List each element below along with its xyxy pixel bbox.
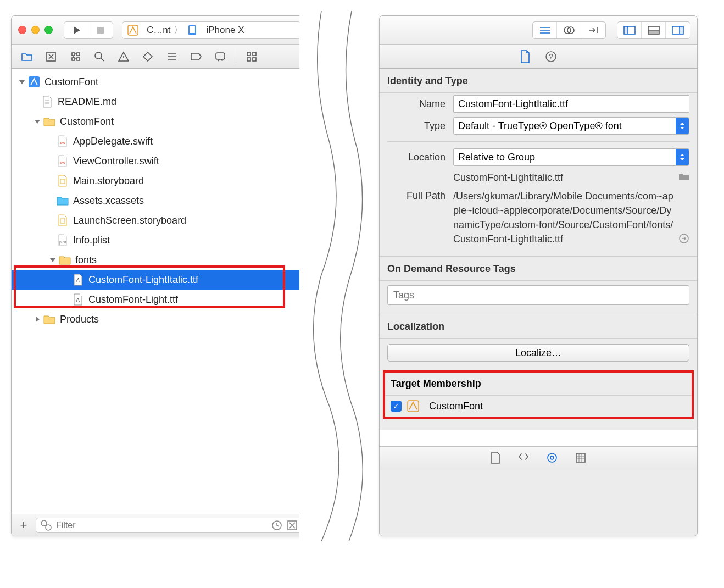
editor-version-button[interactable] [581,22,605,38]
identity-section-header: Identity and Type [380,69,697,93]
tree-item-viewcontroller[interactable]: sw ViewController.swift [12,151,307,171]
add-button[interactable]: + [16,518,31,532]
source-control-navigator-tab[interactable] [40,48,62,65]
filter-field[interactable] [36,518,303,533]
test-navigator-tab[interactable] [137,48,159,65]
tags-field[interactable] [387,285,689,305]
target-checkbox[interactable]: ✓ [391,401,402,412]
tree-item-products[interactable]: Products [12,309,307,329]
chevron-down-icon [34,118,41,125]
debug-navigator-tab[interactable] [161,48,183,65]
svg-rect-9 [253,52,256,56]
close-window-button[interactable] [18,26,26,34]
plist-icon: plist [57,234,69,246]
editor-assistant-button[interactable] [557,22,581,38]
zoom-window-button[interactable] [44,26,53,34]
tree-item-appdelegate[interactable]: sw AppDelegate.swift [12,131,307,151]
quick-help-tab[interactable]: ? [545,51,557,63]
toggle-debug-area-button[interactable] [642,22,666,38]
localize-button[interactable]: Localize… [387,344,689,362]
grid-icon[interactable] [241,48,263,65]
chevron-right-icon [34,315,41,323]
tree-label: LaunchScreen.storyboard [73,215,186,226]
svg-marker-0 [74,26,80,34]
scm-filter-icon[interactable] [287,520,298,531]
find-navigator-tab[interactable] [88,48,110,65]
media-library-tab[interactable] [575,452,586,465]
app-icon [127,24,139,36]
xcassets-folder-icon [57,195,69,207]
swift-file-icon: sw [57,155,69,167]
minimize-window-button[interactable] [31,26,40,34]
tree-item-project-root[interactable]: CustomFont [12,72,307,92]
storyboard-icon [57,214,69,226]
library-tabs [380,446,697,470]
svg-rect-4 [190,26,195,33]
fullpath-label: Full Path [387,189,453,202]
tree-label: CustomFont [44,76,98,88]
tree-label: CustomFont-Light.ttf [88,294,178,306]
device-label: iPhone X [206,25,244,36]
font-file-icon: A [72,274,84,286]
object-library-tab[interactable] [547,452,558,465]
svg-text:A: A [76,297,80,303]
type-label: Type [387,120,453,132]
type-select[interactable]: Default - TrueType® OpenType® font [453,117,689,135]
inspector-tabs: ? [380,45,697,69]
chevron-right-icon: 〉 [174,24,183,36]
toggle-navigator-button[interactable] [617,22,642,38]
location-file: CustomFont-LightItalic.ttf [453,170,674,185]
reveal-in-finder-button[interactable] [678,233,689,246]
filter-input[interactable] [56,520,267,530]
svg-rect-10 [247,58,250,61]
inspector-body: Identity and Type Name Type Default - Tr… [380,69,697,470]
svg-marker-20 [50,258,55,262]
tree-item-readme[interactable]: README.md [12,92,307,112]
project-navigator-tab[interactable] [16,48,38,65]
tree-item-group-customfont[interactable]: CustomFont [12,112,307,131]
file-template-library-tab[interactable] [491,452,500,466]
symbol-navigator-tab[interactable] [64,48,86,65]
tree-label: README.md [58,96,116,108]
scheme-selector[interactable]: C…nt 〉 iPhone X [122,21,300,39]
svg-rect-31 [624,26,628,34]
issue-navigator-tab[interactable] [113,48,135,65]
document-icon [41,96,53,108]
folder-icon [43,313,55,325]
fullpath-value: /Users/gkumar/Library/Mobile Documents/c… [453,189,674,246]
svg-rect-1 [97,27,104,34]
code-snippet-library-tab[interactable] [518,452,529,465]
tree-item-infoplist[interactable]: plist Info.plist [12,230,307,250]
select-arrows-icon [676,149,689,165]
torn-edge-divider [299,11,371,541]
tree-item-assets[interactable]: Assets.xcassets [12,191,307,210]
choose-location-button[interactable] [678,172,689,183]
tree-item-font-lightitalic[interactable]: A CustomFont-LightItalic.ttf [12,270,307,290]
tree-item-font-light[interactable]: A CustomFont-Light.ttf [12,290,307,309]
project-tree: CustomFont README.md CustomFont sw AppDe… [12,69,307,514]
tree-label: fonts [75,254,97,266]
toggle-utilities-button[interactable] [666,22,690,38]
stop-button[interactable] [88,22,113,38]
clock-icon[interactable] [271,520,282,531]
location-label: Location [387,152,453,163]
scheme-label: C…nt [147,25,170,36]
folder-icon [43,115,55,127]
chevron-down-icon [18,78,26,86]
run-button[interactable] [64,22,88,38]
location-value: Relative to Group [458,152,535,163]
editor-standard-button[interactable] [533,22,557,38]
breakpoint-navigator-tab[interactable] [185,48,207,65]
svg-marker-14 [35,120,40,124]
name-field[interactable] [453,95,689,113]
svg-marker-40 [680,154,684,156]
location-select[interactable]: Relative to Group [453,148,689,166]
tree-item-launchscreen[interactable]: LaunchScreen.storyboard [12,210,307,230]
tree-label: ViewController.swift [73,156,159,167]
tree-item-mainstoryboard[interactable]: Main.storyboard [12,171,307,191]
tree-item-fonts-group[interactable]: fonts [12,250,307,270]
tree-label: Assets.xcassets [73,195,144,207]
report-navigator-tab[interactable] [209,48,231,65]
svg-rect-7 [216,53,225,59]
file-inspector-tab[interactable] [520,50,531,63]
